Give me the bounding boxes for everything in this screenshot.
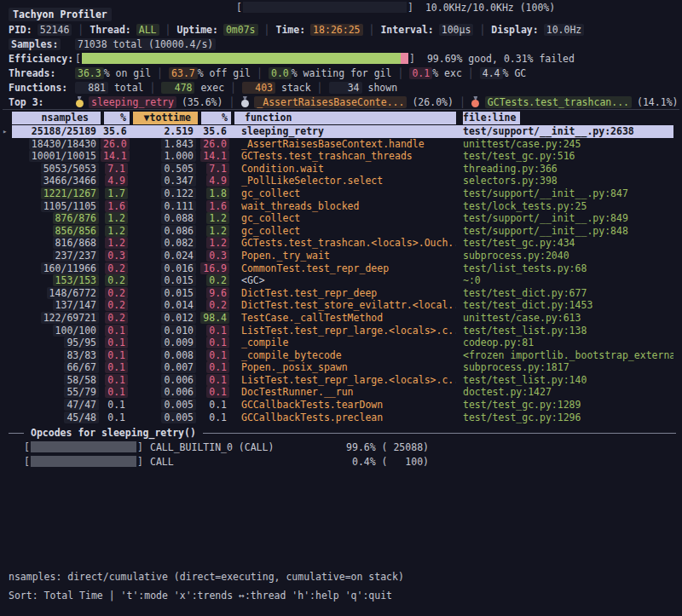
functions-label: Functions: [9,82,67,94]
separator: │ [78,24,84,36]
function-table-body: 25188/25189 35.6 2.519 35.6 sleeping_ret… [12,125,673,423]
cell-direct-percent: 0.1 [101,399,130,412]
cell-direct-percent: 0.1 [101,337,130,349]
cell-tottime: 2.519 [130,125,198,138]
table-row[interactable]: 153/153 0.2 0.015 0.2 <GC> ~:0 [12,274,673,287]
table-row[interactable]: 25188/25189 35.6 2.519 35.6 sleeping_ret… [12,125,673,138]
threads-off-gil-suffix: % off gil [198,67,251,79]
cell-file-line: test/test_list.py:140 [456,374,673,387]
opcode-stats: 99.6% ( 25088) [339,441,429,453]
opcode-stats: 0.4% ( 100) [339,456,429,468]
opcodes-title: Opcodes for sleeping_retry() [31,427,196,439]
table-row[interactable]: 1105/1105 1.6 0.111 1.6 wait_threads_blo… [12,200,673,213]
cell-file-line: ~:0 [456,274,673,287]
table-row[interactable]: 148/6772 0.2 0.015 9.6 DictTest.test_rep… [12,287,673,300]
top3-second-pct: (26.0%) [412,96,453,108]
table-row[interactable]: 816/868 1.2 0.082 1.2 GCTests.test_trash… [12,237,673,250]
table-row[interactable]: 237/237 0.3 0.024 0.3 Popen._try_wait su… [12,250,673,262]
table-row[interactable]: 10001/10015 14.1 1.000 14.1 GCTests.test… [12,150,673,163]
cell-file-line: test/test_gc.py:434 [456,237,673,250]
footer-help-line: nsamples: direct/cumulative (direct=exec… [9,567,404,586]
bracket-close: ] [407,2,413,14]
cell-function: GCCallbackTests.tearDown [231,399,456,412]
display-label: Display: [491,24,538,36]
top3-label: Top 3: [9,96,44,108]
interval-label: Interval: [380,24,433,36]
cell-file-line: test/lock_tests.py:25 [456,200,673,213]
table-row[interactable]: 122/69721 0.2 0.012 98.4 TestCase._callT… [12,312,673,325]
top3-second-name: _AssertRaisesBaseConte... [254,96,407,108]
app-title: Tachyon Profiler [9,8,112,21]
time-value: 18:26:25 [310,24,362,36]
cell-nsamples: 137/147 [12,299,101,312]
cell-function: GCCallbackTests.preclean [231,412,456,424]
cell-nsamples: 3466/3466 [12,175,101,187]
table-row[interactable]: 55/79 0.1 0.006 0.1 DocTestRunner.__run … [12,386,673,399]
cell-tottime: 0.012 [130,312,198,325]
cell-file-line: test/test_gc.py:1289 [456,399,673,412]
separator: │ [230,82,236,94]
cell-file-line: selectors.py:398 [456,175,673,187]
time-label: Time: [275,24,305,36]
cell-nsamples: 122/69721 [12,312,101,325]
table-row[interactable]: 66/67 0.1 0.007 0.1 Popen._posix_spawn s… [12,361,673,374]
table-row[interactable]: 83/83 0.1 0.008 0.1 _compile_bytecode <f… [12,349,673,362]
table-row[interactable]: 137/147 0.2 0.014 0.2 DictTest.test_stor… [12,299,673,312]
table-row[interactable]: 5053/5053 7.1 0.505 7.1 Condition.wait t… [12,163,673,176]
column-header-cumulative-percent[interactable]: % [198,112,231,124]
column-header-tottime-sorted[interactable]: ▼tottime [130,112,198,124]
efficiency-bar-failed [401,53,408,64]
cell-tottime: 0.122 [130,187,198,200]
table-row[interactable]: 876/876 1.2 0.088 1.2 gc_collect test/su… [12,212,673,225]
table-row[interactable]: 1221/1267 1.7 0.122 1.8 gc_collect test/… [12,187,673,200]
cell-tottime: 0.007 [130,361,198,374]
table-row[interactable]: 47/47 0.1 0.005 0.1 GCCallbackTests.tear… [12,399,673,412]
column-header-direct-percent[interactable]: % [101,112,130,124]
cell-cumulative-percent: 9.6 [198,287,231,300]
cell-tottime: 0.005 [130,412,198,424]
cell-cumulative-percent: 7.1 [198,163,231,176]
cell-nsamples: 5053/5053 [12,163,101,176]
column-header-function[interactable]: function [231,112,456,124]
table-row[interactable]: 3466/3466 4.9 0.347 4.9 _PollLikeSelecto… [12,175,673,187]
table-row[interactable]: 160/11966 0.2 0.016 16.9 CommonTest.test… [12,262,673,275]
cell-function: GCTests.test_trashcan_threads [231,150,456,163]
cell-nsamples: 148/6772 [12,287,101,300]
top3-line: Top 3:sleeping_retry(35.6%)│_AssertRaise… [9,95,682,109]
cell-tottime: 0.015 [130,287,198,300]
cell-direct-percent: 1.7 [101,187,130,200]
cell-cumulative-percent: 14.1 [198,150,231,163]
cell-file-line: test/support/__init__.py:2638 [456,125,673,138]
cell-cumulative-percent: 0.1 [198,325,231,337]
table-row[interactable]: 45/48 0.1 0.005 0.1 GCCallbackTests.prec… [12,412,673,424]
cell-direct-percent: 1.2 [101,237,130,250]
cell-file-line: subprocess.py:1817 [456,361,673,374]
bronze-medal-icon [471,96,480,107]
opcode-bar: [] [24,441,143,453]
table-row[interactable]: 100/100 0.1 0.010 0.1 ListTest.test_repr… [12,325,673,337]
cell-function: CommonTest.test_repr_deep [231,262,456,275]
cell-file-line: test/support/__init__.py:849 [456,212,673,225]
bracket-close: ] [409,53,415,65]
cell-nsamples: 95/95 [12,337,101,349]
cell-file-line: codeop.py:81 [456,337,673,349]
cell-cumulative-percent: 4.9 [198,175,231,187]
top3-first-pct: (35.6%) [182,96,223,108]
cell-file-line: test/test_gc.py:516 [456,150,673,163]
separator: │ [257,67,263,79]
cell-cumulative-percent: 16.9 [198,262,231,275]
cell-direct-percent: 0.1 [101,412,130,424]
gold-medal-icon [75,96,84,107]
column-header-nsamples[interactable]: nsamples [12,112,101,124]
table-row[interactable]: 58/58 0.1 0.006 0.1 ListTest.test_repr_l… [12,374,673,387]
table-row[interactable]: 95/95 0.1 0.009 0.1 _compile codeop.py:8… [12,337,673,349]
uptime-value: 0m07s [223,24,258,36]
separator: │ [369,24,375,36]
table-row[interactable]: 18430/18430 26.0 1.843 26.0 _AssertRaise… [12,138,673,151]
functions-stack: 403 [242,82,275,94]
table-row[interactable]: 856/856 1.2 0.086 1.2 gc_collect test/su… [12,225,673,238]
cell-function: TestCase._callTestMethod [231,312,456,325]
efficiency-bar [82,53,408,64]
bracket-close: ] [137,456,143,468]
column-header-file-line[interactable]: file:line [456,112,673,124]
